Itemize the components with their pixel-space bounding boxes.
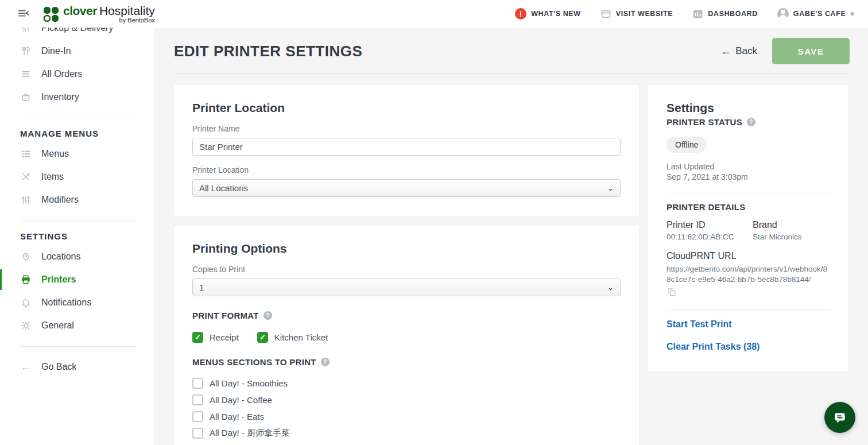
brand-value: Star Micronics [753,233,830,241]
chat-launcher-button[interactable] [824,402,855,433]
checkbox-unchecked-icon[interactable] [192,428,203,439]
sidebar-item-modifiers[interactable]: Modifiers [0,188,154,211]
sidebar-item-label: Printers [41,274,76,285]
chevron-down-icon: ⌄ [607,283,614,292]
printer-location-select[interactable]: All Locations ⌄ [192,179,621,197]
sidebar-divider [20,220,137,221]
page-title: EDIT PRINTER SETTINGS [174,42,362,60]
checkbox-checked-icon[interactable]: ✓ [192,332,203,343]
sidebar-item-notifications[interactable]: Notifications [0,291,154,314]
copy-icon[interactable] [666,287,676,297]
alert-badge-icon: ! [515,8,526,20]
printer-location-label: Printer Location [192,165,621,175]
sidebar-item-label: Menus [41,149,69,159]
sidebar-item-all-orders[interactable]: All Orders [0,63,154,86]
logo-product: Hospitality [99,5,155,17]
help-icon[interactable]: ? [321,358,330,366]
checkbox-all-day-coffee[interactable]: All Day! - Coffee [192,393,621,407]
checkbox-all-day-eats[interactable]: All Day! - Eats [192,409,621,423]
basket-icon [20,92,31,103]
checkbox-receipt[interactable]: ✓ Receipt [192,332,239,343]
printer-name-label: Printer Name [192,124,621,133]
chevron-down-icon: ⌄ [607,184,614,192]
sidebar-item-pickup-delivery[interactable]: Pickup & Delivery [0,28,154,40]
last-updated-label: Last Updated [666,162,830,172]
sidebar-go-back[interactable]: ← Go Back [0,355,154,378]
clover-hospitality-logo[interactable]: clover Hospitality by BentoBox [42,5,155,24]
printer-details-heading: PRINTER DETAILS [666,202,746,212]
signal-icon [20,28,31,34]
copies-to-print-label: Copies to Print [192,265,621,274]
sidebar-item-label: All Orders [41,69,82,79]
whats-new-button[interactable]: ! WHAT'S NEW [515,8,581,20]
page-header: EDIT PRINTER SETTINGS ← Back SAVE [174,38,850,64]
bell-icon [20,297,31,308]
gear-icon [20,320,31,331]
header-divider [174,73,850,73]
menu-list-icon [20,149,31,160]
print-format-heading: PRINT FORMAT [192,311,259,320]
fork-knife-icon [20,46,31,57]
logo-byline: by BentoBox [63,17,155,24]
help-icon[interactable]: ? [747,118,755,126]
checkbox-label: Kitchen Ticket [274,332,328,342]
printer-status-badge: Offline [666,137,707,153]
sidebar-item-menus[interactable]: Menus [0,142,154,165]
checkbox-unchecked-icon[interactable] [192,378,203,389]
menu-sections-heading: MENUS SECTIONS TO PRINT [192,357,316,367]
sidebar-item-items[interactable]: Items [0,165,154,188]
sidebar-section-manage-menus: MANAGE MENUS [0,125,154,142]
checkbox-label: Receipt [210,332,239,342]
bar-chart-icon [692,9,703,20]
logo-brand: clover [63,5,97,17]
dashboard-button[interactable]: DASHBOARD [692,9,758,20]
printer-name-input[interactable] [192,138,621,156]
cloudprnt-url-value: https://getbento.com/api/printers/v1/web… [666,264,830,284]
checkbox-unchecked-icon[interactable] [192,411,203,422]
copies-to-print-select[interactable]: 1 ⌄ [192,278,621,296]
sidebar: Pickup & Delivery Dine-In All Orders [0,28,155,445]
checkbox-kitchen-ticket[interactable]: ✓ Kitchen Ticket [257,332,328,343]
whats-new-label: WHAT'S NEW [531,10,581,18]
settings-panel: Settings PRINTER STATUS ? Offline Last U… [648,85,848,372]
clear-print-tasks-link[interactable]: Clear Print Tasks (38) [666,342,830,352]
avatar-icon [777,8,789,20]
start-test-print-link[interactable]: Start Test Print [666,319,830,330]
checkbox-label: All Day! - Eats [210,412,264,421]
printer-location-title: Printer Location [192,101,621,115]
sidebar-item-label: Dine-In [41,46,71,56]
printer-icon [20,274,31,285]
sidebar-item-locations[interactable]: Locations [0,245,154,268]
panel-divider [666,192,830,192]
chat-bubble-icon [832,410,847,425]
main-content: EDIT PRINTER SETTINGS ← Back SAVE Printe… [155,28,868,445]
help-icon[interactable]: ? [264,311,272,320]
visit-website-label: VISIT WEBSITE [616,10,673,18]
checkbox-all-day-chef-special[interactable]: All Day! - 厨师拿手菜 [192,426,621,440]
save-button[interactable]: SAVE [772,38,850,64]
panel-divider [666,309,830,309]
sidebar-item-label: Items [41,172,64,182]
sidebar-item-printers[interactable]: Printers [0,268,154,291]
map-pin-icon [20,251,31,262]
sidebar-item-inventory[interactable]: Inventory [0,86,154,109]
back-button[interactable]: ← Back [720,45,757,57]
printer-id-value: 00:11:62:0D:AB:CC [666,233,753,241]
browser-window-icon [600,9,611,20]
brand-label: Brand [753,220,830,230]
checkbox-checked-icon[interactable]: ✓ [257,332,268,343]
sidebar-collapse-icon[interactable] [17,7,30,20]
back-arrow-icon: ← [720,45,731,57]
checkbox-all-day-smoothies[interactable]: All Day! - Smoothies [192,376,621,390]
visit-website-button[interactable]: VISIT WEBSITE [600,9,673,20]
sidebar-item-general[interactable]: General [0,314,154,337]
account-label: GABE'S CAFE [793,10,846,18]
sidebar-item-label: Inventory [41,92,79,102]
sliders-icon [20,195,31,206]
sidebar-item-dine-in[interactable]: Dine-In [0,40,154,63]
account-menu[interactable]: GABE'S CAFE ▾ [777,8,854,20]
checkbox-unchecked-icon[interactable] [192,394,203,405]
printer-location-selected-value: All Locations [199,183,248,193]
crossed-utensils-icon [20,172,31,183]
back-arrow-icon: ← [20,362,31,373]
